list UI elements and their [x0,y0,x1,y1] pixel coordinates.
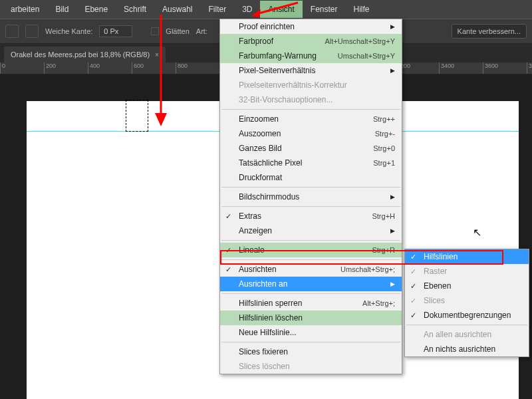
view-menu-item-28: Slices löschen [220,359,402,374]
menu-item-label: Tatsächliche Pixel [239,158,302,168]
document-tab[interactable]: Orakel des Meeres.psd bei 18,8% (RGB/8) … [4,47,166,63]
menu-item-label: Ebenen [424,281,451,291]
view-menu-item-1[interactable]: FarbproofAlt+Umschalt+Strg+Y [220,34,402,49]
submenu-arrow-icon: ▶ [390,194,395,200]
view-menu-item-2[interactable]: Farbumfang-WarnungUmschalt+Strg+Y [220,49,402,63]
menu-item-label: Slices löschen [239,362,290,371]
menu-item-label: Proof einrichten [239,22,295,31]
menu-schrift[interactable]: Schrift [116,1,154,18]
submenu-arrow-icon: ▶ [390,281,395,287]
soft-edge-label: Weiche Kante: [45,27,92,35]
menu-item-label: Bildschirmmodus [239,192,299,201]
view-menu-item-20[interactable]: ✓AusrichtenUmschalt+Strg+; [220,262,402,277]
menu-bild[interactable]: Bild [47,1,76,18]
menu-item-label: Anzeigen [239,226,272,235]
menu-item-label: Ausrichten an [239,279,287,289]
tool-icon-1[interactable] [5,25,19,38]
cursor-icon: ↖ [473,226,481,239]
view-menu-item-23[interactable]: Hilfslinien sperrenAlt+Strg+; [220,296,402,311]
menu-item-label: Slices [424,296,445,305]
menu-shortcut: Strg+- [355,130,395,138]
view-menu-item-25[interactable]: Neue Hilfslinie... [220,325,402,340]
menu-shortcut: Strg++ [353,115,395,123]
smooth-checkbox[interactable] [151,27,159,35]
menu-arbeiten[interactable]: arbeiten [3,1,47,18]
menu-ebene[interactable]: Ebene [76,1,116,18]
menu-item-label: Hilfslinien sperren [239,299,302,308]
view-menu-item-7[interactable]: EinzoomenStrg++ [220,112,402,126]
menu-shortcut: Strg+H [352,212,395,220]
view-menu-item-10[interactable]: Tatsächliche PixelStrg+1 [220,156,402,170]
menu-item-label: Ganzes Bild [239,144,282,153]
view-menu-item-24[interactable]: Hilfslinien löschen [220,311,402,325]
view-menu-item-5: 32-Bit-Vorschauoptionen... [220,92,402,107]
view-menu-item-11[interactable]: Druckformat [220,170,402,185]
check-icon: ✓ [225,265,231,274]
view-menu-item-3[interactable]: Pixel-Seitenverhältnis▶ [220,63,402,78]
menu-item-label: Farbproof [239,37,273,46]
selection-marquee[interactable] [126,100,148,132]
menu-hilfe[interactable]: Hilfe [346,1,378,18]
menu-item-label: 32-Bit-Vorschauoptionen... [239,95,332,104]
menu-item-label: Dokumentbegrenzungen [424,311,511,320]
view-menu-item-18[interactable]: ✓LinealeStrg+R [220,243,402,257]
menu-shortcut: Umschalt+Strg+Y [318,52,395,60]
view-menu-item-8[interactable]: AuszoomenStrg+- [220,126,402,141]
menu-shortcut: Strg+R [352,246,395,254]
snap-submenu-item-6: An allen ausrichten [405,327,529,342]
view-menu-item-13[interactable]: Bildschirmmodus▶ [220,190,402,204]
menubar: arbeiten Bild Ebene Schrift Auswahl Filt… [0,0,532,19]
menu-ansicht[interactable]: Ansicht [260,1,302,18]
view-menu-dropdown: Proof einrichten▶FarbproofAlt+Umschalt+S… [219,19,402,374]
submenu-arrow-icon: ▶ [390,227,395,234]
type-label: Art: [196,27,207,35]
check-icon: ✓ [410,297,416,305]
view-menu-item-4: Pixelseitenverhältnis-Korrektur [220,78,402,92]
view-menu-item-21[interactable]: Ausrichten an▶ [220,277,402,291]
snap-to-submenu: ✓Hilfslinien✓Raster✓Ebenen✓Slices✓Dokume… [404,249,529,357]
menu-item-label: Farbumfang-Warnung [239,51,317,61]
check-icon: ✓ [410,311,416,320]
menu-item-label: Hilfslinien löschen [239,313,303,323]
snap-submenu-item-2[interactable]: ✓Ebenen [405,279,529,293]
menu-auswahl[interactable]: Auswahl [154,1,200,18]
menu-shortcut: Umschalt+Strg+; [321,265,395,273]
menu-item-label: Auszoomen [239,129,281,138]
menu-item-label: Raster [424,267,447,276]
menu-shortcut: Strg+1 [353,159,395,167]
check-icon: ✓ [410,282,416,291]
snap-submenu-item-4[interactable]: ✓Dokumentbegrenzungen [405,308,529,323]
menu-fenster[interactable]: Fenster [303,1,346,18]
menu-shortcut: Strg+0 [353,144,395,152]
view-menu-item-9[interactable]: Ganzes BildStrg+0 [220,141,402,156]
view-menu-item-15[interactable]: ✓ExtrasStrg+H [220,209,402,223]
menu-item-label: An allen ausrichten [424,330,491,339]
smooth-label: Glätten [166,27,189,35]
tab-title: Orakel des Meeres.psd bei 18,8% (RGB/8) [11,51,150,59]
menu-item-label: Slices fixieren [239,347,288,356]
check-icon: ✓ [410,267,416,276]
snap-submenu-item-3: ✓Slices [405,293,529,308]
menu-item-label: Lineale [239,245,265,255]
menu-3d[interactable]: 3D [234,1,260,18]
view-menu-item-27[interactable]: Slices fixieren [220,344,402,359]
view-menu-item-16[interactable]: Anzeigen▶ [220,223,402,238]
tab-close-icon[interactable]: × [155,51,159,59]
soft-edge-input[interactable]: 0 Px [99,25,132,37]
submenu-arrow-icon: ▶ [390,23,395,30]
refine-edge-button[interactable]: Kante verbessern... [452,24,527,39]
menu-item-label: Hilfslinien [424,252,458,261]
menu-item-label: Pixel-Seitenverhältnis [239,66,315,75]
tool-icon-2[interactable] [25,25,39,38]
menu-item-label: Neue Hilfslinie... [239,328,297,337]
view-menu-item-0[interactable]: Proof einrichten▶ [220,19,402,34]
menu-item-label: Ausrichten [239,265,277,274]
check-icon: ✓ [225,212,231,221]
menu-shortcut: Alt+Umschalt+Strg+Y [305,37,395,45]
menu-item-label: Extras [239,211,261,221]
menu-filter[interactable]: Filter [200,1,234,18]
snap-submenu-item-0[interactable]: ✓Hilfslinien [405,249,529,264]
menu-shortcut: Alt+Strg+; [342,299,395,307]
menu-item-label: Einzoomen [239,114,279,124]
snap-submenu-item-7[interactable]: An nichts ausrichten [405,342,529,356]
